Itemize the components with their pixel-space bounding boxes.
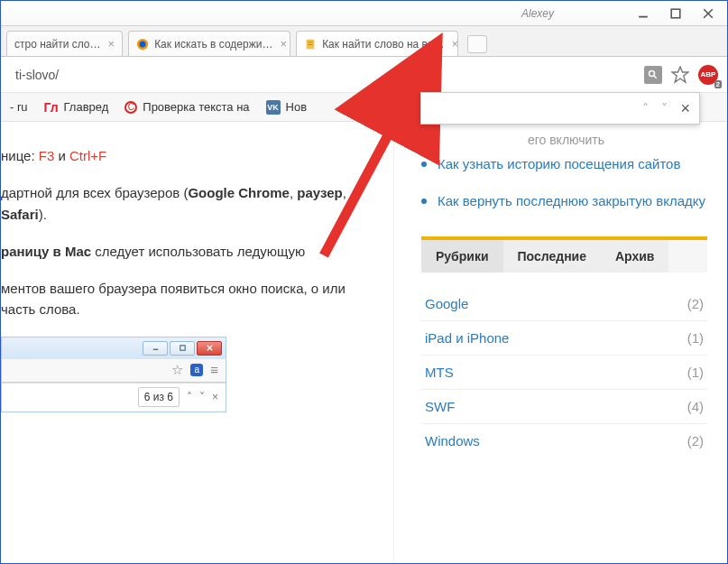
find-in-page-bar: ˄ ˅ × (420, 92, 700, 125)
find-input[interactable] (430, 102, 630, 116)
close-button[interactable] (693, 5, 723, 23)
abp-label: ABP (701, 70, 716, 79)
kbd-ctrl-f: Ctrl+F (69, 148, 106, 163)
copyright-icon: C (124, 101, 137, 114)
abp-count: 2 (714, 80, 722, 88)
mini-close-icon (197, 341, 222, 356)
mini-close-x-icon: × (212, 389, 218, 406)
bookmark-item[interactable]: - ru (10, 100, 28, 114)
related-links: Как узнать историю посещения сайтов Как … (421, 154, 707, 211)
address-bar: ABP 2 (1, 57, 727, 93)
svg-point-9 (650, 70, 655, 76)
bookmark-item[interactable]: VKНов (266, 100, 308, 115)
tab-title: стро найти сло… (14, 38, 101, 51)
mini-star-icon: ☆ (171, 359, 183, 380)
search-icon[interactable] (644, 66, 662, 84)
annotation-arrow (315, 111, 423, 268)
vk-icon: VK (266, 100, 281, 115)
find-next-button[interactable]: ˅ (661, 101, 668, 116)
glavred-icon: Гл (44, 100, 59, 115)
category-widget: Рубрики Последние Архив Google(2) iPad и… (421, 236, 707, 458)
svg-point-5 (140, 41, 146, 47)
svg-rect-8 (309, 44, 313, 45)
browser-tab-2[interactable]: Как найти слово на ве… × (296, 31, 458, 56)
list-item: Как узнать историю посещения сайтов (421, 154, 707, 175)
bookmark-item[interactable]: CПроверка текста на (124, 100, 249, 114)
minimize-button[interactable] (628, 5, 659, 23)
page-icon (304, 38, 317, 51)
svg-rect-15 (180, 346, 184, 350)
sidebar-link[interactable]: Как вернуть последнюю закрытую вкладку (438, 193, 705, 208)
svg-rect-1 (671, 9, 680, 18)
close-icon[interactable]: × (108, 37, 115, 51)
url-input[interactable] (10, 64, 644, 86)
new-tab-button[interactable] (467, 35, 487, 53)
sidebar-link[interactable]: Как узнать историю посещения сайтов (438, 156, 680, 171)
svg-line-13 (324, 120, 396, 255)
close-icon[interactable]: × (452, 37, 459, 51)
browser-tab-1[interactable]: Как искать в содержи… × (128, 31, 290, 56)
widget-tab-archive[interactable]: Архив (601, 240, 668, 273)
kbd-f3: F3 (39, 148, 55, 163)
mini-chevron-up-icon: ˄ (187, 389, 192, 406)
tab-title: Как искать в содержи… (154, 38, 272, 51)
mini-find-count: 6 из 6 (138, 387, 180, 408)
embedded-screenshot: ☆ a ≡ 6 из 6 ˄ ˅ × (1, 337, 226, 412)
category-row[interactable]: iPad и iPhone(1) (421, 321, 707, 356)
bookmark-star-icon[interactable] (671, 66, 689, 84)
maximize-button[interactable] (660, 5, 691, 23)
user-label: Alexey (521, 7, 554, 20)
mini-chevron-down-icon: ˅ (199, 389, 205, 406)
bookmark-item[interactable]: ГлГлавред (44, 100, 109, 115)
mini-menu-icon: ≡ (210, 359, 218, 380)
mini-amigo-icon: a (190, 364, 203, 376)
category-row[interactable]: Google(2) (421, 287, 707, 321)
widget-tab-recent[interactable]: Последние (503, 240, 601, 273)
sidebar: его включить Как узнать историю посещени… (393, 122, 727, 563)
browser-tab-0[interactable]: стро найти сло… × (6, 31, 123, 56)
svg-rect-7 (309, 42, 313, 42)
close-icon[interactable]: × (280, 37, 287, 51)
firefox-icon (136, 38, 149, 51)
svg-marker-11 (672, 67, 688, 82)
category-row[interactable]: MTS(1) (421, 356, 707, 390)
tab-strip: стро найти сло… × Как искать в содержи… … (1, 26, 727, 57)
tab-title: Как найти слово на ве… (322, 38, 444, 51)
find-close-button[interactable]: × (680, 99, 690, 118)
sidebar-cutoff-text: его включить (421, 133, 707, 147)
window-titlebar: Alexey (1, 1, 727, 26)
widget-tab-rubrics[interactable]: Рубрики (421, 240, 503, 273)
mini-minimize-icon (143, 341, 168, 356)
mini-maximize-icon (170, 341, 195, 356)
list-item: Как вернуть последнюю закрытую вкладку (421, 191, 707, 212)
category-row[interactable]: SWF(4) (421, 390, 707, 424)
abp-extension-icon[interactable]: ABP 2 (698, 65, 718, 85)
find-prev-button[interactable]: ˄ (642, 101, 649, 116)
category-row[interactable]: Windows(2) (421, 424, 707, 458)
svg-line-10 (654, 75, 657, 78)
